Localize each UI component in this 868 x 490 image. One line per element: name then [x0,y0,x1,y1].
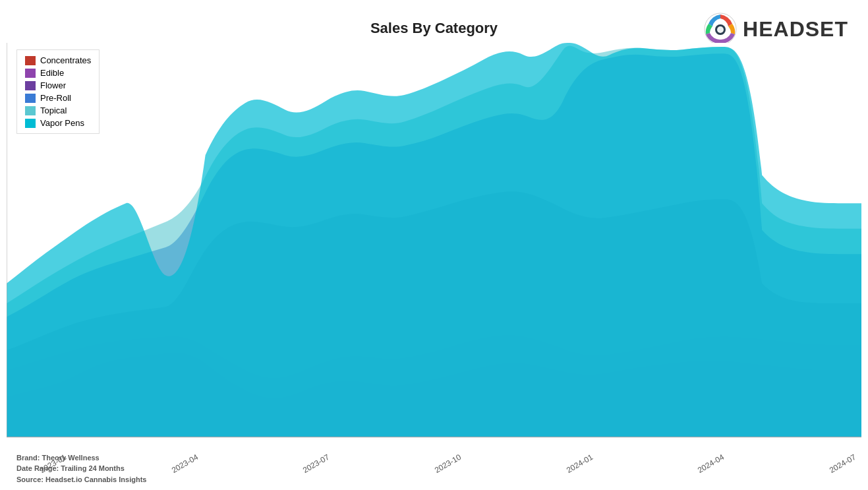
legend-item-topical: Topical [25,106,91,115]
x-label-5: 2024-04 [696,452,726,475]
legend-item-concentrates: Concentrates [25,55,91,65]
x-axis-labels: 2023-01 2023-04 2023-07 2023-10 2024-01 … [36,460,855,469]
legend-item-edible: Edible [25,68,91,78]
footer-info: Brand: Theory Wellness Date Range: Trail… [16,452,146,485]
footer-source: Source: Headset.io Cannabis Insights [16,474,146,485]
x-label-1: 2023-04 [170,452,200,475]
legend-color-concentrates [25,56,36,65]
page-container: HEADSET Sales By Category [0,0,868,490]
legend-label-concentrates: Concentrates [40,55,91,65]
legend-label-flower: Flower [40,80,66,90]
footer-source-value: Headset.io Cannabis Insights [45,475,146,483]
legend-color-vaporpens [25,119,36,128]
x-label-2: 2023-07 [301,452,331,475]
x-label-4: 2024-01 [565,452,594,475]
stacked-area-chart [7,43,861,450]
chart-title: Sales By Category [370,20,498,37]
chart-legend: Concentrates Edible Flower Pre-Roll Topi… [16,49,100,134]
legend-item-vaporpens: Vapor Pens [25,118,91,128]
footer-date-label: Date Range: [16,464,59,472]
legend-label-preroll: Pre-Roll [40,93,71,103]
legend-label-topical: Topical [40,106,67,115]
chart-area [7,43,861,450]
footer-date: Date Range: Trailing 24 Months [16,463,146,474]
legend-item-flower: Flower [25,80,91,90]
logo-text: HEADSET [743,17,848,42]
legend-color-edible [25,69,36,78]
headset-logo-icon [703,12,738,46]
legend-color-flower [25,81,36,90]
legend-color-topical [25,106,36,115]
svg-point-2 [717,26,724,33]
footer-brand-label: Brand: [16,454,40,462]
footer-brand-value: Theory Wellness [42,454,100,462]
legend-item-preroll: Pre-Roll [25,93,91,103]
legend-color-preroll [25,94,36,103]
footer-date-value: Trailing 24 Months [61,464,125,472]
footer-brand: Brand: Theory Wellness [16,452,146,464]
header-logo: HEADSET [703,12,848,46]
legend-label-edible: Edible [40,68,64,78]
x-label-6: 2024-07 [828,452,857,475]
legend-label-vaporpens: Vapor Pens [40,118,84,128]
x-label-3: 2023-10 [433,452,463,475]
footer-source-label: Source: [16,475,43,483]
